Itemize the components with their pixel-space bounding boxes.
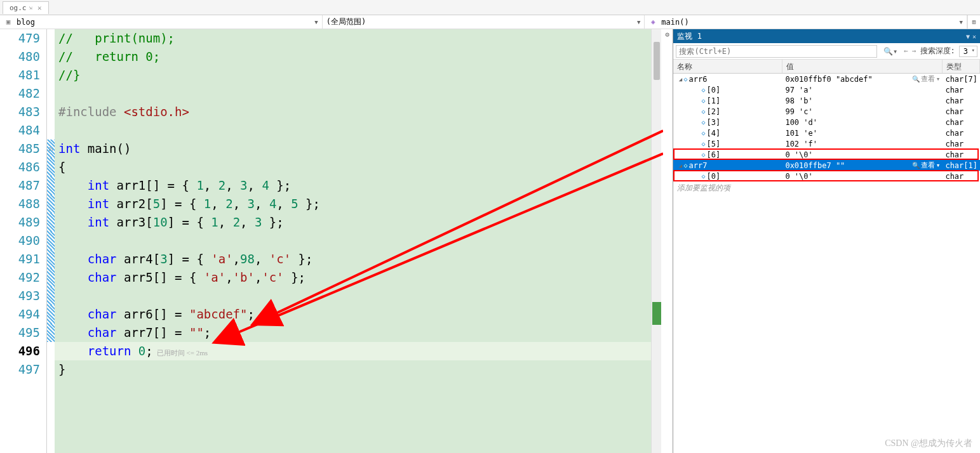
line-number: 494 <box>0 305 40 324</box>
expand-icon[interactable] <box>677 162 683 169</box>
var-value: 101 'e' <box>785 129 817 138</box>
depth-select[interactable]: 3 <box>959 46 977 57</box>
watch-rows: ◇arr60x010ffbf0 "abcdef"查看▾char[7]◇[0]97… <box>673 74 980 453</box>
watch-columns: 名称 值 类型 <box>673 60 980 74</box>
watch-row[interactable]: ◇[5]102 'f'char <box>673 138 980 149</box>
code-line[interactable]: return 0;已用时间 <= 2ms <box>55 342 651 360</box>
line-number: 492 <box>0 268 40 287</box>
code-line[interactable]: int arr2[5] = { 1, 2, 3, 4, 5 }; <box>55 195 651 213</box>
watch-row[interactable]: ◇[3]100 'd'char <box>673 117 980 128</box>
code-area[interactable]: // print(num);// return 0;//}#include <s… <box>55 29 651 453</box>
split-button[interactable]: ⊞ <box>967 15 980 29</box>
code-line[interactable]: char arr7[] = ""; <box>55 324 651 342</box>
line-number: 496 <box>0 342 40 360</box>
col-value[interactable]: 值 <box>782 60 943 73</box>
code-line[interactable] <box>55 232 651 250</box>
col-type[interactable]: 类型 <box>943 60 980 73</box>
var-type: char <box>943 86 980 95</box>
view-button[interactable]: 查看▾ <box>912 161 941 170</box>
scope-global[interactable]: (全局范围) ▼ <box>323 15 645 29</box>
watch-row[interactable]: ◇[2]99 'c'char <box>673 106 980 117</box>
var-name: [5] <box>706 140 720 148</box>
code-line[interactable]: // print(num); <box>55 29 651 48</box>
code-line[interactable]: char arr5[] = { 'a','b','c' }; <box>55 268 651 287</box>
file-tab[interactable]: og.c ⇲ ✕ <box>3 1 49 14</box>
marker <box>47 48 55 66</box>
code-line[interactable]: char arr4[3] = { 'a',98, 'c' }; <box>55 250 651 268</box>
code-editor[interactable]: 4794804814824834844854864874884894904914… <box>0 29 661 453</box>
watch-row[interactable]: ◇[0]97 'a'char <box>673 84 980 95</box>
watch-search-input[interactable] <box>676 45 877 58</box>
watch-title-label: 监视 1 <box>677 31 701 42</box>
marker <box>47 213 55 232</box>
scope-function[interactable]: ◈ main() ▼ <box>645 15 967 29</box>
code-line[interactable]: { <box>55 158 651 176</box>
line-number: 491 <box>0 250 40 268</box>
watch-row[interactable]: ◇arr70x010ffbe7 ""查看▾char[1] <box>673 160 980 171</box>
code-line[interactable]: } <box>55 360 651 379</box>
chevron-down-icon: ▼ <box>960 19 963 25</box>
line-number: 489 <box>0 213 40 232</box>
prev-icon[interactable]: ← <box>904 47 908 55</box>
code-line[interactable]: int main() <box>55 140 651 158</box>
code-line[interactable]: int arr3[10] = { 1, 2, 3 }; <box>55 213 651 232</box>
vertical-scrollbar[interactable] <box>651 29 661 453</box>
dropdown-icon[interactable]: ▼ <box>966 33 970 40</box>
view-button[interactable]: 查看▾ <box>912 74 941 84</box>
var-icon: ◇ <box>701 108 705 115</box>
var-icon: ◇ <box>701 97 705 104</box>
watch-row[interactable]: ◇[1]98 'b'char <box>673 95 980 106</box>
chevron-down-icon: ▼ <box>637 19 640 25</box>
code-line[interactable] <box>55 84 651 103</box>
code-line[interactable] <box>55 287 651 305</box>
expand-icon[interactable] <box>677 76 683 82</box>
add-watch-placeholder[interactable]: 添加要监视的项 <box>673 181 980 195</box>
marker <box>47 360 55 379</box>
watch-row[interactable]: ◇[0]0 '\0'char <box>673 171 980 181</box>
marker <box>47 29 55 48</box>
function-icon: ◈ <box>648 18 657 27</box>
watch-row[interactable]: ◇[6]0 '\0'char <box>673 149 980 160</box>
line-number: 480 <box>0 48 40 66</box>
var-value: 0 '\0' <box>785 150 812 159</box>
code-line[interactable]: int arr1[] = { 1, 2, 3, 4 }; <box>55 176 651 195</box>
line-number: 495 <box>0 324 40 342</box>
watch-row[interactable]: ◇[4]101 'e'char <box>673 128 980 138</box>
line-number: 481 <box>0 66 40 84</box>
next-icon[interactable]: → <box>912 47 916 55</box>
var-value: 98 'b' <box>785 96 812 105</box>
code-line[interactable]: char arr6[] = "abcdef"; <box>55 305 651 324</box>
scope-project[interactable]: ▣ blog ▼ <box>0 15 323 29</box>
watch-panel: 监视 1 ▼ ✕ 🔍▾ ← → 搜索深度: 3 名称 值 类型 ◇arr60x0… <box>673 29 980 453</box>
var-type: char <box>943 107 980 116</box>
marker <box>47 121 55 140</box>
var-icon: ◇ <box>701 151 705 158</box>
var-icon: ◇ <box>683 162 687 169</box>
code-line[interactable]: // return 0; <box>55 48 651 66</box>
marker <box>47 250 55 268</box>
close-icon[interactable]: ✕ <box>972 33 976 40</box>
scroll-thumb[interactable] <box>654 42 660 80</box>
var-type: char[1] <box>943 161 980 170</box>
marker-strip: ⊟ <box>47 29 55 453</box>
line-number: 493 <box>0 287 40 305</box>
watch-titlebar[interactable]: 监视 1 ▼ ✕ <box>673 29 980 43</box>
var-name: [3] <box>706 118 720 127</box>
var-icon: ◇ <box>701 140 705 147</box>
code-line[interactable] <box>55 121 651 140</box>
marker <box>47 84 55 103</box>
line-number: 479 <box>0 29 40 48</box>
scope-global-label: (全局范围) <box>326 16 366 27</box>
code-line[interactable]: #include <stdio.h> <box>55 103 651 121</box>
close-icon[interactable]: ✕ <box>37 4 42 12</box>
chevron-down-icon: ▼ <box>314 19 318 25</box>
marker <box>47 268 55 287</box>
watch-row[interactable]: ◇arr60x010ffbf0 "abcdef"查看▾char[7] <box>673 74 980 84</box>
search-icon[interactable]: 🔍▾ <box>881 47 900 56</box>
col-name[interactable]: 名称 <box>673 60 782 73</box>
editor-options[interactable]: ⚙ <box>661 29 673 453</box>
code-line[interactable]: //} <box>55 66 651 84</box>
scope-function-label: main() <box>661 18 688 27</box>
pin-icon[interactable]: ⇲ <box>29 4 32 11</box>
watch-search-bar: 🔍▾ ← → 搜索深度: 3 <box>673 43 980 60</box>
